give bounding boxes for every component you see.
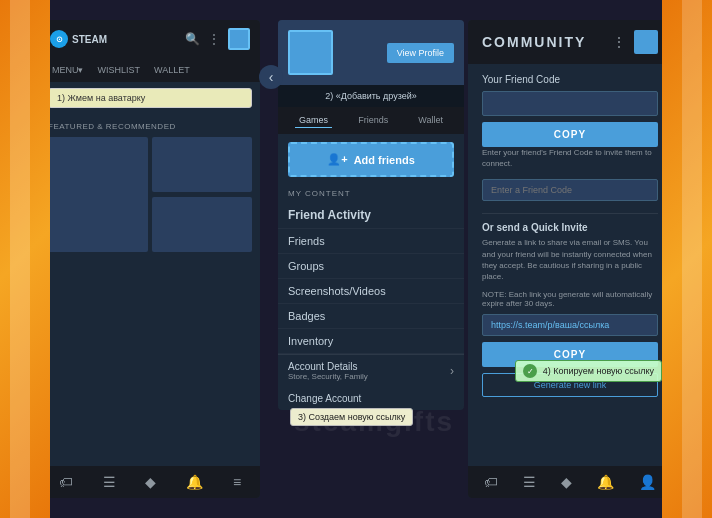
gift-decoration-left xyxy=(0,0,50,518)
generate-new-link-button[interactable]: Generate new link xyxy=(482,373,658,397)
community-header-right: ⋮ xyxy=(612,30,658,54)
nav-badges[interactable]: Badges xyxy=(278,304,464,329)
annotation-step2: 2) «Добавить друзей» xyxy=(278,85,464,107)
steam-main-window: ⊙ STEAM 🔍 ⋮ MENU▾ WISHLIST WALLET 1) Жме… xyxy=(40,20,260,498)
steam-main-content: FEATURED & RECOMMENDED xyxy=(40,114,260,466)
community-content: Your Friend Code COPY Enter your friend'… xyxy=(468,64,672,466)
steam-nav-bar: MENU▾ WISHLIST WALLET xyxy=(40,58,260,82)
annotation-step1: 1) Жмем на аватарку xyxy=(48,88,252,108)
profile-avatar[interactable] xyxy=(288,30,333,75)
steam-titlebar: ⊙ STEAM 🔍 ⋮ xyxy=(40,20,260,58)
friend-code-section: Your Friend Code COPY Enter your friend'… xyxy=(482,74,658,201)
quick-invite-section: Or send a Quick Invite Generate a link t… xyxy=(482,222,658,397)
nav-screenshots[interactable]: Screenshots/Videos xyxy=(278,279,464,304)
nav-wallet[interactable]: WALLET xyxy=(148,62,196,78)
expires-note: NOTE: Each link you generate will automa… xyxy=(482,290,658,308)
nav-groups[interactable]: Groups xyxy=(278,254,464,279)
add-friends-icon: 👤+ xyxy=(327,153,347,166)
copy-invite-link-button[interactable]: COPY xyxy=(482,342,658,367)
view-profile-button[interactable]: View Profile xyxy=(387,43,454,63)
steam-menu-icon[interactable]: ⋮ xyxy=(208,32,220,46)
profile-popup-panel: ‹ View Profile 2) «Добавить друзей» Game… xyxy=(264,20,464,498)
copy-friend-code-button[interactable]: COPY xyxy=(482,122,658,147)
community-list-icon[interactable]: ☰ xyxy=(523,474,536,490)
enter-friend-code-input[interactable] xyxy=(482,179,658,201)
gift-decoration-right xyxy=(662,0,712,518)
profile-tabs: Games Friends Wallet xyxy=(278,107,464,134)
tag-icon[interactable]: 🏷 xyxy=(59,474,73,490)
community-panel: COMMUNITY ⋮ Your Friend Code COPY Enter … xyxy=(468,20,672,498)
menu-icon[interactable]: ≡ xyxy=(233,474,241,490)
my-content-label: MY CONTENT xyxy=(278,185,464,202)
invite-link-display: https://s.team/p/ваша/ссылка xyxy=(482,314,658,336)
diamond-icon[interactable]: ◆ xyxy=(145,474,156,490)
steam-logo: ⊙ STEAM xyxy=(50,30,107,48)
invite-description: Enter your friend's Friend Code to invit… xyxy=(482,147,658,169)
account-details-label: Account Details xyxy=(288,361,368,372)
steam-bottom-bar: 🏷 ☰ ◆ 🔔 ≡ xyxy=(40,466,260,498)
account-details-row[interactable]: Account Details Store, Security, Family … xyxy=(278,354,464,387)
community-user-avatar[interactable] xyxy=(634,30,658,54)
nav-friend-activity[interactable]: Friend Activity xyxy=(278,202,464,229)
watermark: steamgifts xyxy=(294,406,454,438)
featured-grid xyxy=(48,137,252,252)
profile-popup: View Profile 2) «Добавить друзей» Games … xyxy=(278,20,464,410)
community-diamond-icon[interactable]: ◆ xyxy=(561,474,572,490)
community-header: COMMUNITY ⋮ xyxy=(468,20,672,64)
community-menu-icon[interactable]: ⋮ xyxy=(612,34,626,50)
section-divider xyxy=(482,213,658,214)
add-friends-button[interactable]: 👤+ Add friends xyxy=(288,142,454,177)
account-details-sub: Store, Security, Family xyxy=(288,372,368,381)
friend-code-input[interactable] xyxy=(482,91,658,116)
featured-item-2 xyxy=(152,137,252,192)
steam-logo-icon: ⊙ xyxy=(50,30,68,48)
steam-logo-text: STEAM xyxy=(72,34,107,45)
account-arrow-icon: › xyxy=(450,364,454,378)
featured-item-1 xyxy=(48,137,148,252)
nav-friends[interactable]: Friends xyxy=(278,229,464,254)
nav-menu[interactable]: MENU▾ xyxy=(46,62,90,78)
profile-header: View Profile xyxy=(278,20,464,85)
tab-games[interactable]: Games xyxy=(295,113,332,128)
add-friends-label: Add friends xyxy=(354,154,415,166)
nav-wishlist[interactable]: WISHLIST xyxy=(92,62,147,78)
featured-label: FEATURED & RECOMMENDED xyxy=(48,122,252,131)
quick-invite-description: Generate a link to share via email or SM… xyxy=(482,237,658,282)
friend-code-label: Your Friend Code xyxy=(482,74,658,85)
steam-user-avatar[interactable] xyxy=(228,28,250,50)
tab-wallet[interactable]: Wallet xyxy=(414,113,447,128)
community-bottom-bar: 🏷 ☰ ◆ 🔔 👤 xyxy=(468,466,672,498)
featured-item-3 xyxy=(152,197,252,252)
bell-icon[interactable]: 🔔 xyxy=(186,474,203,490)
back-arrow-btn[interactable]: ‹ xyxy=(259,65,283,89)
community-tag-icon[interactable]: 🏷 xyxy=(484,474,498,490)
nav-list: Friend Activity Friends Groups Screensho… xyxy=(278,202,464,354)
tab-friends[interactable]: Friends xyxy=(354,113,392,128)
quick-invite-label: Or send a Quick Invite xyxy=(482,222,658,233)
community-bell-icon[interactable]: 🔔 xyxy=(597,474,614,490)
nav-inventory[interactable]: Inventory xyxy=(278,329,464,354)
community-title: COMMUNITY xyxy=(482,34,586,50)
community-person-icon[interactable]: 👤 xyxy=(639,474,656,490)
change-account-item[interactable]: Change Account xyxy=(278,387,464,410)
search-icon[interactable]: 🔍 xyxy=(185,32,200,46)
list-icon[interactable]: ☰ xyxy=(103,474,116,490)
